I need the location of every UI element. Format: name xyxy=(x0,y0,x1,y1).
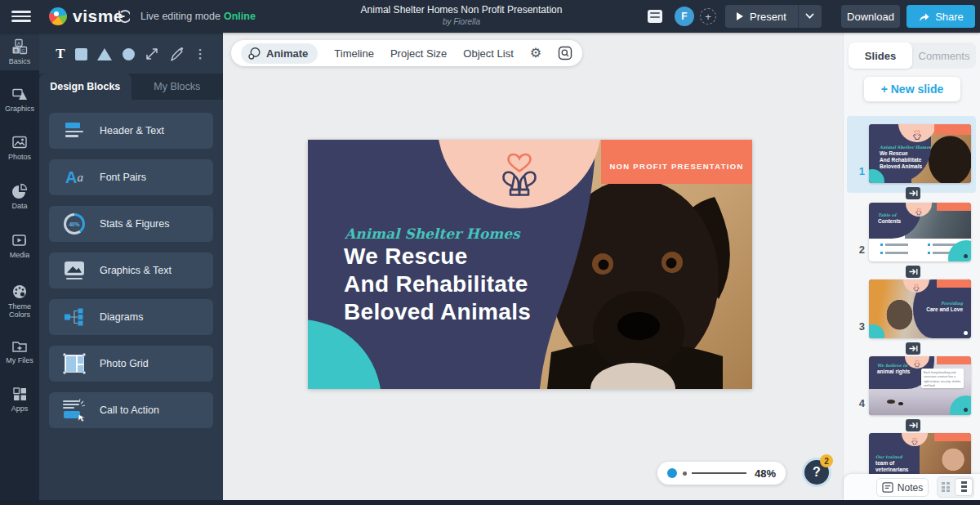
slide-kicker[interactable]: Animal Shelter Homes xyxy=(345,226,520,242)
thumb-title-text: We Rescue And Rehabilitate Beloved Anima… xyxy=(880,150,922,169)
pen-tool-icon[interactable] xyxy=(169,47,184,61)
undo-icon[interactable] xyxy=(115,9,130,27)
share-button[interactable]: Share xyxy=(906,5,975,28)
blocks-tabs: Design Blocks My Blocks xyxy=(39,74,223,100)
sidebar-item-apps[interactable]: Apps xyxy=(0,380,39,418)
zoom-slider-knob[interactable] xyxy=(667,468,677,478)
slide-thumbnail-4[interactable]: We believe in animal rights Each living … xyxy=(869,356,971,415)
graphics-shapes-icon xyxy=(11,86,28,102)
toolbar-project-size[interactable]: Project Size xyxy=(390,47,447,60)
sidebar-item-my-files[interactable]: My Files xyxy=(0,332,39,369)
sidebar-item-basics[interactable]: ABC Basics xyxy=(0,33,39,70)
slides-panel-footer: Notes xyxy=(844,474,980,500)
slide-thumbnail-1[interactable]: Animal Shelter Homes We Rescue And Rehab… xyxy=(869,124,971,183)
thumb-banner xyxy=(937,203,971,211)
text-tool-icon[interactable]: T xyxy=(56,46,65,62)
header-text-icon xyxy=(49,123,100,140)
stats-gauge-icon: 40% xyxy=(49,213,100,235)
present-button[interactable]: Present xyxy=(725,5,798,28)
tab-design-blocks[interactable]: Design Blocks xyxy=(39,74,131,100)
basics-blocks-icon: ABC xyxy=(11,38,28,55)
slide-thumbnail-3[interactable]: Providing Care and Love xyxy=(869,279,971,338)
block-item-graphics-text[interactable]: Graphics & Text xyxy=(49,252,213,288)
sidebar-item-theme-colors[interactable]: Theme Colors xyxy=(0,278,39,324)
sidebar-item-photos[interactable]: Photos xyxy=(0,128,39,166)
visme-logo-icon xyxy=(49,7,67,25)
banner-text: NON PROFIT PRESENTATION xyxy=(609,162,743,171)
help-button[interactable]: ? 2 xyxy=(802,458,831,487)
avatar[interactable]: F xyxy=(675,7,694,26)
notes-button[interactable]: Notes xyxy=(876,478,929,497)
pie-chart-icon xyxy=(11,183,28,199)
block-item-stats-figures[interactable]: 40% Stats & Figures xyxy=(49,206,213,242)
block-item-photo-grid[interactable]: Photo Grid xyxy=(49,346,213,382)
comments-icon[interactable] xyxy=(648,10,662,23)
tab-slides[interactable]: Slides xyxy=(849,42,912,69)
toolbar-animate[interactable]: Animate xyxy=(241,43,318,64)
triangle-shape-tool-icon[interactable] xyxy=(97,48,112,60)
svg-text:A: A xyxy=(17,41,20,46)
settings-gear-icon[interactable]: ⚙ xyxy=(530,47,541,60)
banner-ribbon[interactable]: NON PROFIT PRESENTATION xyxy=(601,140,752,184)
thumb-title-text: animal rights xyxy=(877,369,910,375)
thumb-animal-silhouette xyxy=(898,402,903,405)
visme-logo[interactable]: visme xyxy=(49,7,123,26)
document-title[interactable]: Animal Shelter Homes Non Profit Presenta… xyxy=(306,4,617,26)
present-dropdown-button[interactable] xyxy=(798,5,822,28)
slide-thumbnail-2[interactable]: Table of Contents xyxy=(869,203,971,261)
sidebar-item-graphics[interactable]: Graphics xyxy=(0,80,39,118)
slides-panel-tabs: Slides Comments xyxy=(849,42,976,69)
share-arrow-icon xyxy=(918,11,930,22)
media-play-icon xyxy=(11,232,28,248)
add-collaborator-button[interactable]: + xyxy=(700,8,716,25)
thumb-list-item xyxy=(928,244,956,246)
slide-number: 2 xyxy=(850,244,865,256)
quick-tools-row: T ⋮ xyxy=(39,41,223,67)
tab-comments[interactable]: Comments xyxy=(912,42,976,69)
block-item-call-to-action[interactable]: Call to Action xyxy=(49,392,213,428)
thumb-script-text: Our trained xyxy=(875,454,902,459)
thumb-title-text: Care and Love xyxy=(926,306,963,313)
thumb-animal-silhouette xyxy=(887,400,895,404)
transition-arrow-icon[interactable] xyxy=(906,342,920,355)
grid-view-icon[interactable] xyxy=(938,477,954,497)
transition-arrow-icon[interactable] xyxy=(906,187,920,199)
thumb-body-card: Each living breathing and conscious crea… xyxy=(921,369,964,388)
circle-shape-tool-icon[interactable] xyxy=(122,48,135,60)
thumb-list-item xyxy=(880,244,908,246)
block-item-font-pairs[interactable]: Aa Font Pairs xyxy=(49,159,213,195)
more-tools-icon[interactable]: ⋮ xyxy=(194,47,207,61)
thumb-title-text: Contents xyxy=(878,218,901,225)
toolbar-timeline[interactable]: Timeline xyxy=(334,47,374,60)
palette-icon xyxy=(11,284,28,300)
download-button[interactable]: Download xyxy=(841,5,900,28)
online-status: Online xyxy=(224,11,256,22)
sidebar-item-data[interactable]: Data xyxy=(0,177,39,215)
list-view-icon[interactable] xyxy=(955,478,973,496)
line-arrow-tool-icon[interactable] xyxy=(145,47,159,61)
sidebar-item-media[interactable]: Media xyxy=(0,226,39,264)
hamburger-menu-icon[interactable] xyxy=(11,11,31,22)
editor-canvas[interactable]: Animate Timeline Project Size Object Lis… xyxy=(223,33,843,500)
slide-headline[interactable]: We Rescue And Rehabilitate Beloved Anima… xyxy=(344,243,531,326)
new-slide-button[interactable]: + New slide xyxy=(864,77,960,101)
visme-editor: visme Live editing modeOnline Animal She… xyxy=(0,0,980,505)
block-item-diagrams[interactable]: Diagrams xyxy=(49,299,213,335)
tab-my-blocks[interactable]: My Blocks xyxy=(131,74,224,100)
transition-arrow-icon[interactable] xyxy=(906,266,920,278)
slide-canvas[interactable]: NON PROFIT PRESENTATION Animal Shelter H… xyxy=(308,140,752,389)
folder-plus-icon xyxy=(11,337,28,354)
block-item-header-text[interactable]: Header & Text xyxy=(49,113,213,149)
transition-arrow-icon[interactable] xyxy=(906,419,920,431)
thumb-banner xyxy=(937,356,971,364)
zoom-slider-track[interactable] xyxy=(692,472,746,474)
document-title-text: Animal Shelter Homes Non Profit Presenta… xyxy=(306,4,617,16)
heart-hands-icon[interactable] xyxy=(494,150,545,200)
slides-panel: Slides Comments + New slide 1 Animal She… xyxy=(843,33,980,500)
font-pairs-icon: Aa xyxy=(49,168,100,187)
square-shape-tool-icon[interactable] xyxy=(75,48,87,60)
apps-grid-icon xyxy=(11,386,28,402)
thumb-script-text: Providing xyxy=(941,301,963,306)
preview-search-icon[interactable] xyxy=(558,46,572,60)
toolbar-object-list[interactable]: Object List xyxy=(463,47,513,60)
